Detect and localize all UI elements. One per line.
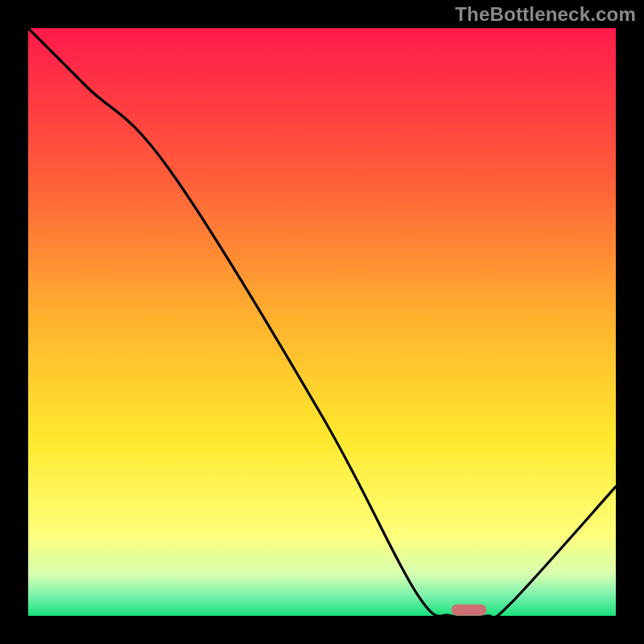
bottleneck-chart	[0, 0, 644, 644]
chart-stage: TheBottleneck.com	[0, 0, 644, 644]
plot-area	[28, 28, 616, 616]
watermark-text: TheBottleneck.com	[455, 3, 636, 26]
optimum-bar	[452, 605, 487, 616]
